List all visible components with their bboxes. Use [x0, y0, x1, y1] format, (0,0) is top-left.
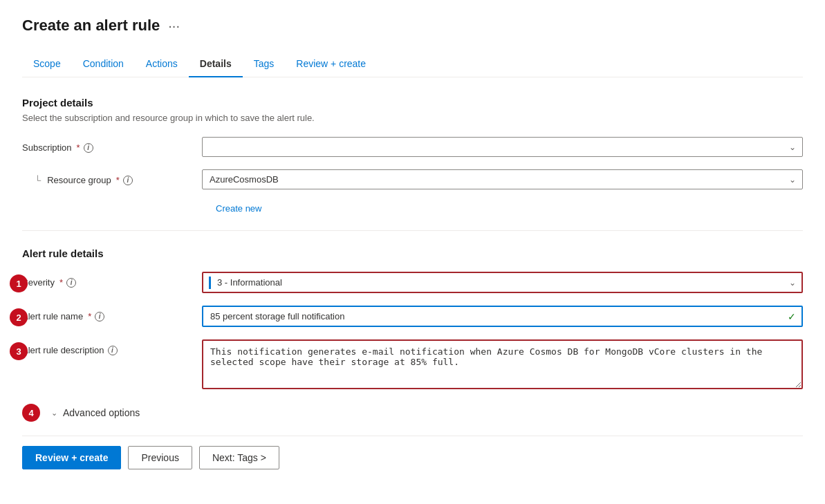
tab-tags[interactable]: Tags	[243, 51, 286, 77]
severity-field-group: 1 Severity * i 3 - Informational 0 - Cri…	[22, 272, 803, 293]
advanced-options-label: Advanced options	[63, 407, 140, 418]
next-tags-button[interactable]: Next: Tags >	[199, 446, 279, 469]
severity-select[interactable]: 3 - Informational 0 - Critical 1 - Error…	[202, 272, 803, 293]
resource-group-select[interactable]: AzureCosmosDB	[202, 169, 803, 189]
alert-rule-name-required: *	[88, 311, 91, 321]
alert-rule-desc-control: This notification generates e-mail notif…	[202, 339, 803, 391]
advanced-options-toggle[interactable]: 4 ⌄ Advanced options	[22, 404, 803, 422]
alert-rule-desc-textarea[interactable]: This notification generates e-mail notif…	[202, 339, 803, 389]
resource-group-field-group: └ Resource group * i AzureCosmosDB ⌄	[22, 169, 803, 189]
previous-button[interactable]: Previous	[128, 446, 192, 469]
tabs-navigation: Scope Condition Actions Details Tags Rev…	[22, 51, 803, 77]
page-options-dots[interactable]: ···	[168, 18, 180, 34]
alert-rule-name-control: ✓	[202, 306, 803, 327]
alert-rule-name-field-group: 2 Alert rule name * i ✓	[22, 306, 803, 327]
alert-rule-name-info-icon[interactable]: i	[95, 312, 104, 321]
alert-rule-desc-info-icon[interactable]: i	[108, 346, 118, 355]
resource-group-info-icon[interactable]: i	[123, 176, 133, 185]
page-title: Create an alert rule	[22, 17, 160, 35]
review-create-button[interactable]: Review + create	[22, 446, 121, 469]
resource-group-label: Resource group	[47, 175, 111, 185]
alert-rule-name-checkmark: ✓	[788, 311, 796, 322]
severity-bar-indicator	[209, 277, 211, 289]
tab-condition[interactable]: Condition	[72, 51, 135, 77]
alert-rule-details-heading: Alert rule details	[22, 248, 803, 259]
subscription-label: Subscription	[22, 142, 72, 153]
severity-info-icon[interactable]: i	[66, 278, 76, 288]
section-divider-1	[22, 230, 803, 231]
create-new-resource-group-link[interactable]: Create new	[216, 203, 261, 214]
project-details-desc: Select the subscription and resource gro…	[22, 113, 803, 123]
alert-rule-desc-label: Alert rule description	[22, 345, 104, 355]
project-details-heading: Project details	[22, 97, 803, 109]
bottom-action-bar: Review + create Previous Next: Tags >	[22, 436, 803, 469]
tab-details[interactable]: Details	[189, 51, 243, 77]
tab-actions[interactable]: Actions	[135, 51, 189, 77]
alert-rule-desc-field-group: 3 Alert rule description i This notifica…	[22, 339, 803, 391]
alert-rule-name-label: Alert rule name	[22, 311, 83, 321]
alert-rule-name-input[interactable]	[202, 306, 803, 327]
subscription-info-icon[interactable]: i	[84, 143, 93, 153]
subscription-select[interactable]	[202, 137, 803, 157]
subscription-field-group: Subscription * i ⌄	[22, 137, 803, 157]
severity-control: 3 - Informational 0 - Critical 1 - Error…	[202, 272, 803, 293]
step-badge-4: 4	[22, 404, 40, 422]
resource-group-control: AzureCosmosDB ⌄	[202, 169, 803, 189]
tab-scope[interactable]: Scope	[22, 51, 72, 77]
step-badge-1: 1	[10, 274, 28, 292]
severity-required: *	[59, 277, 63, 288]
tab-review-create[interactable]: Review + create	[285, 51, 377, 77]
advanced-options-chevron-icon: ⌄	[51, 409, 57, 418]
step-badge-3: 3	[10, 342, 28, 360]
subscription-control: ⌄	[202, 137, 803, 157]
subscription-required: *	[77, 142, 80, 153]
resource-group-required: *	[116, 175, 120, 185]
step-badge-2: 2	[10, 308, 28, 326]
